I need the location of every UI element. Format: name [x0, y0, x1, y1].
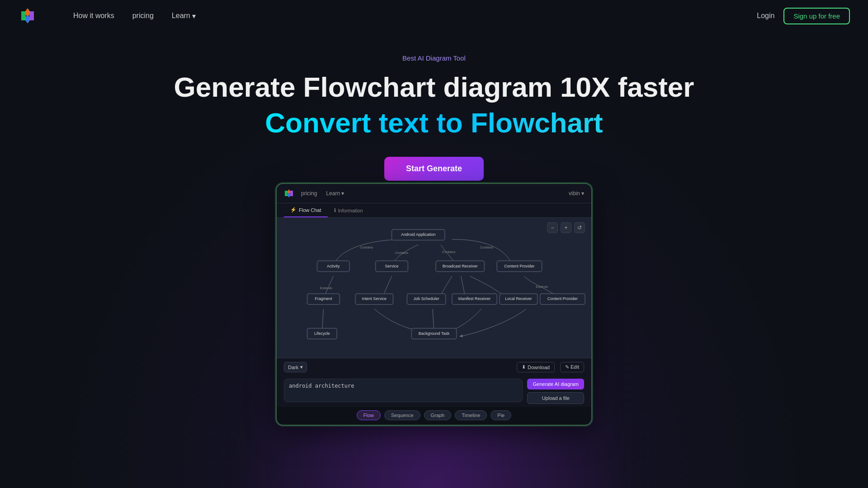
tag-graph[interactable]: Graph: [424, 410, 452, 420]
svg-marker-8: [290, 191, 293, 196]
signup-button[interactable]: Sign up for free: [783, 8, 850, 24]
tag-pie[interactable]: Pie: [491, 410, 511, 420]
download-icon: ⬇: [522, 364, 526, 370]
app-nav-links: pricing Learn ▾: [301, 190, 569, 197]
diagram-input[interactable]: [284, 379, 523, 402]
tag-timeline[interactable]: Timeline: [455, 410, 487, 420]
svg-text:Local Receiver: Local Receiver: [505, 296, 532, 301]
svg-text:Contains: Contains: [360, 245, 373, 249]
logo[interactable]: [18, 6, 37, 25]
svg-marker-3: [21, 11, 26, 20]
nav-how-it-works[interactable]: How it works: [73, 12, 114, 20]
svg-text:Broadcast Receiver: Broadcast Receiver: [443, 264, 478, 268]
info-icon: ℹ: [334, 207, 336, 213]
svg-marker-4: [29, 11, 34, 20]
nav-right: Login Sign up for free: [757, 8, 850, 24]
nav-pricing[interactable]: pricing: [132, 12, 154, 20]
app-bottom-controls: Dark ▾ ⬇ Download ✎ Edit: [277, 358, 591, 376]
svg-marker-7: [285, 191, 288, 196]
upload-file-button[interactable]: Upload a file: [527, 392, 584, 404]
app-input-area: Generate AI diagram Upload a file: [277, 376, 591, 407]
tab-flow-chat[interactable]: ⚡ Flow Chat: [284, 203, 328, 217]
edit-button[interactable]: ✎ Edit: [560, 362, 584, 372]
svg-text:Content Provider: Content Provider: [504, 264, 534, 268]
nav-links: How it works pricing Learn ▾: [73, 12, 757, 20]
diagram-controls: − + ↺: [547, 222, 585, 233]
svg-text:Lifecycle: Lifecycle: [314, 331, 330, 336]
hero-section: Best AI Diagram Tool Generate Flowchart …: [0, 32, 868, 203]
generate-ai-diagram-button[interactable]: Generate AI diagram: [527, 379, 584, 389]
flow-icon: ⚡: [290, 207, 297, 213]
hero-title: Generate Flowchart diagram 10X faster: [174, 71, 694, 103]
tag-sequence[interactable]: Sequence: [384, 410, 420, 420]
reset-button[interactable]: ↺: [574, 222, 585, 233]
svg-text:Content Provider: Content Provider: [547, 296, 578, 301]
zoom-out-button[interactable]: −: [547, 222, 558, 233]
diagram-area: − + ↺ Contains Contains Cont: [277, 218, 591, 358]
svg-text:Android Application: Android Application: [401, 232, 436, 237]
svg-text:Service: Service: [385, 264, 399, 268]
tab-information[interactable]: ℹ Information: [328, 203, 369, 217]
svg-text:Manifest Receiver: Manifest Receiver: [458, 296, 491, 301]
svg-text:Contains: Contains: [395, 251, 409, 255]
app-nav-learn[interactable]: Learn ▾: [326, 190, 344, 197]
app-navbar: pricing Learn ▾ vibin ▾: [277, 184, 591, 203]
app-window: pricing Learn ▾ vibin ▾ ⚡ Flow Chat ℹ In…: [276, 183, 592, 426]
svg-text:Extends: Extends: [536, 285, 548, 289]
action-buttons: Generate AI diagram Upload a file: [527, 379, 584, 404]
edit-icon: ✎: [565, 364, 569, 370]
diagram-type-tags: Flow Sequence Graph Timeline Pie: [277, 407, 591, 425]
hero-subtitle: Convert text to Flowchart: [265, 107, 603, 139]
app-nav-pricing[interactable]: pricing: [301, 190, 317, 197]
nav-learn[interactable]: Learn ▾: [172, 12, 196, 20]
login-button[interactable]: Login: [757, 12, 774, 20]
svg-text:Background Task: Background Task: [419, 331, 450, 336]
chevron-down-icon: ▾: [192, 12, 196, 20]
svg-text:Activity: Activity: [327, 264, 340, 268]
svg-text:Job Scheduler: Job Scheduler: [414, 296, 439, 301]
tag-flow[interactable]: Flow: [357, 410, 381, 420]
hero-badge: Best AI Diagram Tool: [402, 54, 466, 62]
svg-text:Contains: Contains: [480, 245, 494, 249]
svg-text:Fragment: Fragment: [315, 296, 332, 301]
app-nav-user[interactable]: vibin ▾: [569, 190, 584, 197]
svg-text:Contains: Contains: [442, 250, 456, 254]
app-tabs: ⚡ Flow Chat ℹ Information: [277, 203, 591, 218]
zoom-in-button[interactable]: +: [561, 222, 571, 233]
start-generate-button[interactable]: Start Generate: [384, 157, 484, 181]
download-button[interactable]: ⬇ Download: [517, 362, 555, 372]
svg-marker-6: [287, 192, 291, 197]
svg-text:Intent Service: Intent Service: [362, 296, 387, 301]
navbar: How it works pricing Learn ▾ Login Sign …: [0, 0, 868, 32]
theme-selector[interactable]: Dark ▾: [284, 362, 307, 372]
chevron-down-icon: ▾: [300, 364, 303, 370]
svg-text:Extends: Extends: [320, 286, 332, 290]
